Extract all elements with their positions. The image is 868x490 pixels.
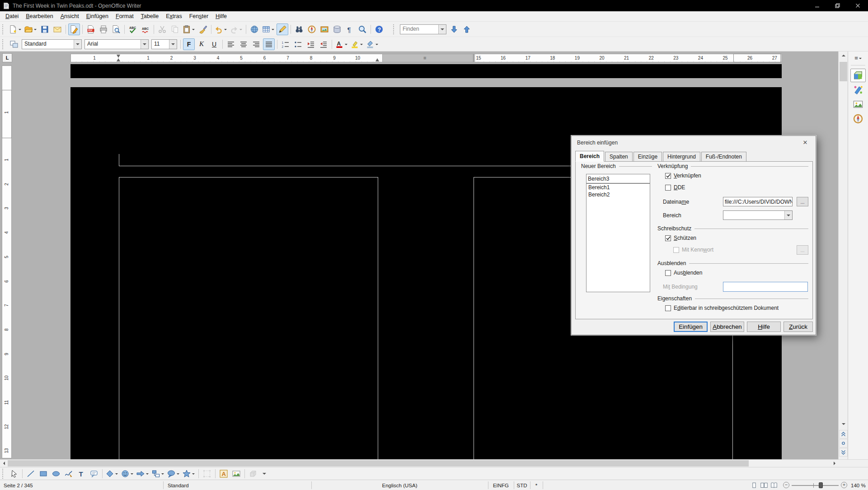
page-preview-button[interactable] — [110, 23, 122, 35]
chevron-down-icon[interactable] — [141, 40, 148, 49]
flowcharts-button[interactable] — [151, 468, 165, 480]
toolbar-grip[interactable] — [2, 39, 5, 49]
navigator-button[interactable] — [306, 23, 318, 35]
previous-page-button[interactable] — [839, 430, 848, 439]
dropdown-arrow-icon[interactable] — [145, 468, 150, 479]
column-divider-marker[interactable] — [423, 55, 426, 61]
draw-functions-button[interactable] — [277, 23, 288, 35]
edit-file-button[interactable] — [68, 23, 80, 35]
dropdown-arrow-icon[interactable] — [271, 24, 275, 35]
hyperlink-button[interactable] — [249, 23, 260, 35]
tab-hintergrund[interactable]: Hintergrund — [663, 152, 700, 161]
sidebar-styles-button[interactable] — [850, 83, 866, 97]
print-button[interactable] — [98, 23, 109, 35]
open-button[interactable] — [23, 23, 38, 35]
zoom-level[interactable]: 140 % — [847, 480, 868, 490]
numbered-list-button[interactable] — [280, 38, 291, 50]
right-indent-marker[interactable] — [375, 58, 379, 61]
link-checkbox[interactable]: Verknüpfen — [665, 173, 701, 179]
scroll-up-button[interactable] — [839, 51, 848, 59]
background-color-button[interactable] — [365, 38, 380, 50]
tab-stop-selector[interactable]: L — [2, 53, 12, 62]
page-style-indicator[interactable]: Standard — [164, 480, 192, 490]
dropdown-arrow-icon[interactable] — [344, 39, 348, 50]
menu-einfuegen[interactable]: Einfügen — [83, 12, 112, 21]
help-button[interactable]: Hilfe — [747, 322, 781, 332]
section-list-item[interactable]: Bereich1 — [586, 184, 650, 191]
gallery-button[interactable] — [319, 23, 330, 35]
scroll-right-button[interactable] — [830, 460, 838, 467]
highlighting-button[interactable] — [350, 38, 364, 50]
menu-bearbeiten[interactable]: Bearbeiten — [22, 12, 56, 21]
zoom-slider-track[interactable] — [792, 485, 839, 486]
line-tool[interactable] — [25, 468, 37, 480]
freeform-line-tool[interactable] — [63, 468, 75, 480]
menu-datei[interactable]: Datei — [2, 12, 22, 21]
paragraph-style-combo[interactable]: Standard — [22, 39, 82, 49]
dropdown-arrow-icon[interactable] — [130, 468, 134, 479]
toolbar-overflow-button[interactable] — [261, 469, 267, 479]
minimize-button[interactable] — [807, 0, 827, 11]
menu-hilfe[interactable]: Hilfe — [212, 12, 230, 21]
page-indicator[interactable]: Seite 2 / 345 — [0, 480, 37, 490]
stars-button[interactable] — [182, 468, 196, 480]
text-box-tool[interactable] — [75, 468, 87, 480]
dropdown-arrow-icon[interactable] — [375, 39, 379, 50]
tab-fussendnoten[interactable]: Fuß-/Endnoten — [701, 152, 746, 161]
hide-checkbox[interactable]: Ausblenden — [665, 270, 702, 276]
filename-browse-button[interactable]: ... — [797, 197, 808, 206]
zoom-in-button[interactable]: + — [841, 482, 847, 488]
callouts-button[interactable] — [166, 468, 181, 480]
with-password-checkbox[interactable]: Mit Kennwort — [673, 247, 713, 253]
find-next-button[interactable] — [448, 23, 460, 35]
decrease-indent-button[interactable] — [305, 38, 317, 50]
sidebar-menu-button[interactable]: ≡ — [851, 53, 865, 62]
italic-button[interactable]: K — [196, 38, 207, 50]
fontwork-gallery-button[interactable] — [218, 468, 230, 480]
auto-spellcheck-button[interactable] — [140, 23, 151, 35]
block-arrows-button[interactable] — [136, 468, 150, 480]
menu-tabelle[interactable]: Tabelle — [137, 12, 163, 21]
redo-button[interactable] — [229, 23, 244, 35]
tab-spalten[interactable]: Spalten — [605, 152, 633, 161]
chevron-down-icon[interactable] — [169, 40, 177, 49]
underline-button[interactable]: U — [208, 38, 220, 50]
section-name-input[interactable]: Bereich3 — [586, 174, 650, 183]
close-button[interactable] — [848, 0, 868, 11]
next-page-button[interactable] — [839, 448, 848, 457]
section-list-item[interactable]: Bereich2 — [586, 191, 650, 198]
horizontal-scrollbar[interactable] — [0, 459, 868, 467]
formatting-marks-button[interactable] — [344, 23, 356, 35]
language-indicator[interactable]: Englisch (USA) — [311, 480, 488, 490]
callout-tool[interactable] — [88, 468, 100, 480]
sidebar-gallery-button[interactable] — [850, 98, 866, 111]
dropdown-arrow-icon[interactable] — [223, 24, 228, 35]
table-button[interactable] — [261, 23, 276, 35]
data-sources-button[interactable] — [331, 23, 343, 35]
chevron-down-icon[interactable] — [438, 25, 446, 34]
help-button[interactable] — [373, 23, 385, 35]
toolbar-grip[interactable] — [393, 24, 396, 34]
scroll-down-button[interactable] — [839, 420, 848, 428]
insert-button[interactable]: Einfügen — [674, 322, 708, 332]
menu-fenster[interactable]: Fenster — [186, 12, 212, 21]
dde-checkbox[interactable]: DDE — [665, 184, 685, 191]
spellcheck-button[interactable] — [127, 23, 139, 35]
tab-einzuege[interactable]: Einzüge — [633, 152, 662, 161]
align-left-button[interactable] — [225, 38, 237, 50]
menu-ansicht[interactable]: Ansicht — [57, 12, 83, 21]
dialog-close-button[interactable]: ✕ — [799, 138, 811, 147]
export-pdf-button[interactable] — [85, 23, 97, 35]
dropdown-arrow-icon[interactable] — [160, 468, 165, 479]
toolbar-grip[interactable] — [2, 24, 5, 34]
extrusion-button[interactable] — [247, 468, 259, 480]
dropdown-arrow-icon[interactable] — [191, 468, 196, 479]
cancel-button[interactable]: Abbrechen — [710, 322, 744, 332]
font-color-button[interactable] — [334, 38, 349, 50]
align-right-button[interactable] — [250, 38, 262, 50]
dropdown-arrow-icon[interactable] — [359, 39, 364, 50]
sidebar-properties-button[interactable] — [850, 69, 866, 82]
insert-picture-button[interactable] — [230, 468, 242, 480]
symbol-shapes-button[interactable] — [120, 468, 135, 480]
bullet-list-button[interactable] — [292, 38, 304, 50]
